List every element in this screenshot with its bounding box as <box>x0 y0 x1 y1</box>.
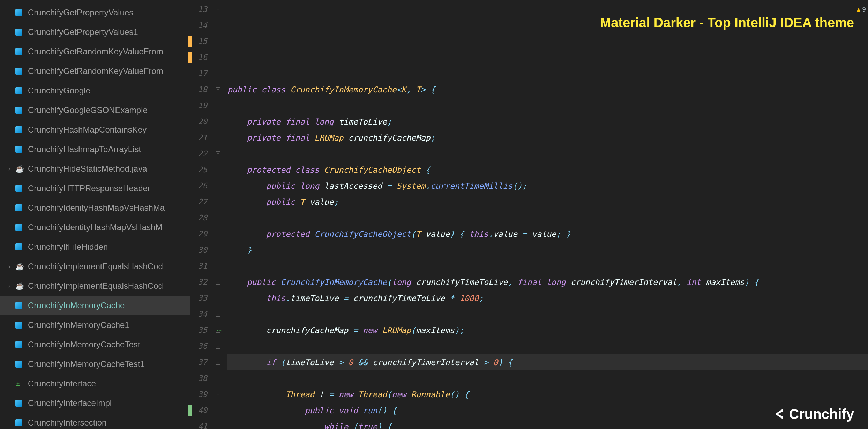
line-number[interactable]: 16 <box>190 50 207 66</box>
line-number[interactable]: 22 <box>190 146 207 162</box>
line-number[interactable]: 27 <box>190 194 207 210</box>
tree-item-crunchifygetrandomkeyvaluefrom[interactable]: CrunchifyGetRandomKeyValueFrom <box>0 42 190 61</box>
line-number[interactable]: 14 <box>190 17 207 33</box>
tree-item-label: CrunchifyInMemoryCache <box>28 301 125 310</box>
code-line[interactable] <box>227 338 868 354</box>
tree-item-crunchifyidentityhashmapvshashm[interactable]: CrunchifyIdentityHashMapVsHashM <box>0 218 190 237</box>
class-icon <box>15 107 25 114</box>
code-line[interactable]: public long lastAccessed = System.curren… <box>227 178 868 194</box>
line-number[interactable]: 18 <box>190 82 207 98</box>
code-line[interactable]: private final long timeToLive; <box>227 114 868 130</box>
fold-toggle-icon[interactable]: − <box>216 392 220 397</box>
line-number[interactable]: 33 <box>190 290 207 306</box>
fold-toggle-icon[interactable]: − <box>216 344 220 349</box>
fold-toggle-icon[interactable]: − <box>216 280 220 285</box>
line-number[interactable]: 31 <box>190 258 207 274</box>
code-line[interactable] <box>227 98 868 114</box>
tree-item-crunchifyhashmaptoarraylist[interactable]: CrunchifyHashmapToArrayList <box>0 140 190 159</box>
code-line[interactable]: public T value; <box>227 194 868 210</box>
tree-item-label: CrunchifyHTTPResponseHeader <box>28 183 150 193</box>
tree-item-crunchifyintersection[interactable]: CrunchifyIntersection <box>0 413 190 429</box>
code-line[interactable]: protected class CrunchifyCacheObject { <box>227 162 868 178</box>
chevron-right-icon: › <box>8 165 15 173</box>
line-number[interactable]: 41 <box>190 419 207 429</box>
code-line[interactable] <box>227 258 868 274</box>
tree-item-crunchifyinmemorycache1[interactable]: CrunchifyInMemoryCache1 <box>0 315 190 335</box>
line-number[interactable]: 32 <box>190 274 207 290</box>
tree-item-label: CrunchifyGoogle <box>28 86 90 96</box>
fold-toggle-icon[interactable]: − <box>216 87 220 92</box>
code-line[interactable]: public void run() { <box>227 402 868 419</box>
line-number[interactable]: 37 <box>190 354 207 370</box>
fold-toggle-icon[interactable]: − <box>216 7 220 12</box>
code-line[interactable] <box>227 370 868 386</box>
fold-toggle-icon[interactable]: − <box>216 151 220 156</box>
code-line[interactable]: while (true) { <box>227 419 868 429</box>
tree-item-crunchifyinmemorycache[interactable]: CrunchifyInMemoryCache <box>0 296 190 315</box>
line-number[interactable]: 35 <box>190 322 207 338</box>
fold-column[interactable]: −−−−−−−−−− <box>214 0 223 429</box>
tree-item-crunchifyinmemorycachetest[interactable]: CrunchifyInMemoryCacheTest <box>0 335 190 354</box>
tree-item-crunchifygetpropertyvalues1[interactable]: CrunchifyGetPropertyValues1 <box>0 22 190 42</box>
tree-item-crunchifygooglegsonexample[interactable]: CrunchifyGoogleGSONExample <box>0 100 190 120</box>
code-line[interactable]: this.timeToLive = crunchifyTimeToLive * … <box>227 290 868 306</box>
tree-item-label: CrunchifyHashMapContainsKey <box>28 125 147 135</box>
tree-item-crunchifyimplementequalshashcod[interactable]: ›☕CrunchifyImplementEqualsHashCod <box>0 276 190 296</box>
tree-item-crunchifygoogle[interactable]: CrunchifyGoogle <box>0 81 190 100</box>
line-number[interactable]: 38 <box>190 370 207 386</box>
code-line[interactable]: public CrunchifyInMemoryCache(long crunc… <box>227 274 868 290</box>
line-number[interactable]: 39 <box>190 386 207 402</box>
code-line[interactable]: } <box>227 242 868 258</box>
tree-item-crunchifygetrandomkeyvaluefrom[interactable]: CrunchifyGetRandomKeyValueFrom <box>0 61 190 81</box>
code-line[interactable] <box>227 210 868 226</box>
tree-item-crunchifyidenityhashmapvshashma[interactable]: CrunchifyIdenityHashMapVsHashMa <box>0 198 190 218</box>
tree-item-crunchifygetpropertyvalues[interactable]: CrunchifyGetPropertyValues <box>0 3 190 22</box>
fold-toggle-icon[interactable]: − <box>216 200 220 204</box>
code-line[interactable]: public class CrunchifyInMemoryCache<K, T… <box>227 82 868 98</box>
project-tree[interactable]: CrunchifyGetPropertyValuesCrunchifyGetPr… <box>0 0 190 429</box>
line-number[interactable]: 20 <box>190 114 207 130</box>
fold-toggle-icon[interactable]: − <box>216 360 220 365</box>
tree-item-crunchifyinterfaceimpl[interactable]: CrunchifyInterfaceImpl <box>0 393 190 413</box>
tree-item-crunchifyimplementequalshashcod[interactable]: ›☕CrunchifyImplementEqualsHashCod <box>0 257 190 276</box>
line-number[interactable]: 40 <box>190 402 207 419</box>
tree-item-crunchifyinterface[interactable]: ⊞CrunchifyInterface <box>0 374 190 393</box>
code-line[interactable]: if (timeToLive > 0 && crunchifyTimerInte… <box>227 354 868 370</box>
class-icon <box>15 224 25 231</box>
java-file-icon: ☕ <box>15 282 25 290</box>
line-number[interactable]: 13 <box>190 1 207 17</box>
code-line[interactable] <box>227 306 868 322</box>
fold-toggle-icon[interactable]: − <box>216 312 220 317</box>
warnings-badge[interactable]: ▲ 9 <box>856 1 866 17</box>
tree-item-crunchifyhttpresponseheader[interactable]: CrunchifyHTTPResponseHeader <box>0 179 190 198</box>
line-number[interactable]: 21 <box>190 130 207 146</box>
line-number[interactable]: 19 <box>190 98 207 114</box>
line-number[interactable]: 34 <box>190 306 207 322</box>
code-line[interactable]: crunchifyCacheMap = new LRUMap(maxItems)… <box>227 322 868 338</box>
run-gutter-icon[interactable]: ⤻ <box>216 326 222 334</box>
code-line[interactable]: protected CrunchifyCacheObject(T value) … <box>227 226 868 242</box>
code-line[interactable] <box>227 146 868 162</box>
line-number[interactable]: 25 <box>190 162 207 178</box>
tree-item-crunchifyiffilehidden[interactable]: CrunchifyIfFileHidden <box>0 237 190 257</box>
tree-item-crunchifyinmemorycachetest1[interactable]: CrunchifyInMemoryCacheTest1 <box>0 354 190 374</box>
line-number[interactable]: 17 <box>190 66 207 82</box>
class-icon <box>15 204 25 211</box>
code-line[interactable]: private final LRUMap crunchifyCacheMap; <box>227 130 868 146</box>
class-icon <box>15 29 25 36</box>
line-number[interactable]: 28 <box>190 210 207 226</box>
tree-item-label: CrunchifyInMemoryCacheTest1 <box>28 359 145 369</box>
line-number[interactable]: 30 <box>190 242 207 258</box>
line-number[interactable]: 29 <box>190 226 207 242</box>
line-number[interactable]: 36 <box>190 338 207 354</box>
code-area[interactable]: Material Darker - Top IntelliJ IDEA them… <box>223 0 868 429</box>
class-icon <box>15 126 25 133</box>
tree-item-crunchifyhidestaticmethod-java[interactable]: ›☕CrunchifyHideStaticMethod.java <box>0 159 190 179</box>
class-icon <box>15 9 25 16</box>
line-number[interactable]: 26 <box>190 178 207 194</box>
code-line[interactable]: Thread t = new Thread(new Runnable() { <box>227 386 868 402</box>
line-number[interactable]: 15 <box>190 33 207 50</box>
tree-item-crunchifyhashmapcontainskey[interactable]: CrunchifyHashMapContainsKey <box>0 120 190 140</box>
code-editor[interactable]: 1314151617181920212225262728293031323334… <box>190 0 868 429</box>
class-icon <box>15 68 25 75</box>
